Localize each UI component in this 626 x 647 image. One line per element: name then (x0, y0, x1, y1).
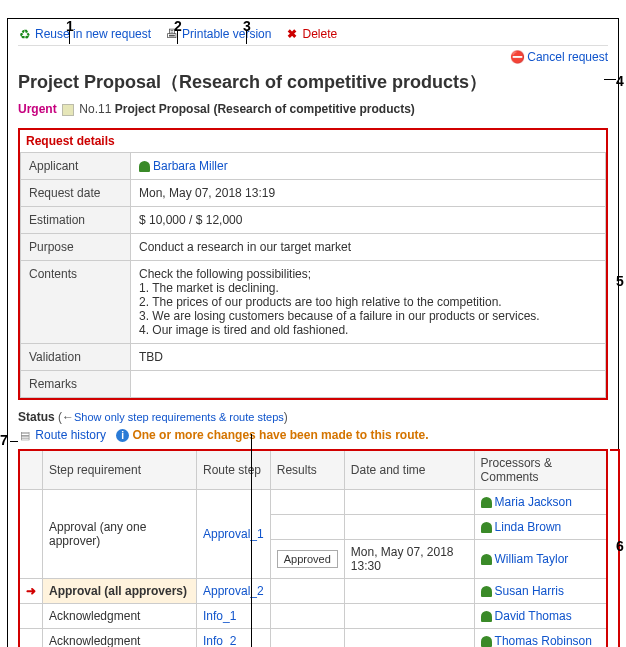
route-steps-table: Step requirement Route step Results Date… (18, 449, 608, 648)
contents-value: Check the following possibilities; 1. Th… (131, 261, 606, 344)
delete-label: Delete (302, 27, 337, 41)
cell-results: Approved (270, 539, 344, 578)
cell-requirement: Acknowledgment (43, 628, 197, 647)
processor-link[interactable]: David Thomas (481, 609, 572, 623)
request-date-value: Mon, May 07, 2018 13:19 (131, 180, 606, 207)
page-title: Project Proposal（Research of competitive… (18, 70, 608, 94)
cell-results (270, 628, 344, 647)
table-row: Acknowledgment Info_1 David Thomas (19, 603, 607, 628)
processor-link[interactable]: William Taylor (481, 552, 569, 566)
cell-arrow (19, 489, 43, 578)
request-details-title: Request details (20, 130, 606, 148)
cell-results (270, 603, 344, 628)
cell-datetime (344, 578, 474, 603)
person-icon (481, 586, 492, 597)
table-row: Approval (any one approver) Approval_1 M… (19, 489, 607, 514)
callout-7: 7 (0, 432, 8, 448)
cancel-label: Cancel request (527, 50, 608, 64)
cell-datetime (344, 514, 474, 539)
request-details-table: Applicant Barbara Miller Request date Mo… (20, 152, 606, 398)
processor-link[interactable]: Susan Harris (481, 584, 564, 598)
applicant-label: Applicant (21, 153, 131, 180)
cell-arrow (19, 628, 43, 647)
person-icon (481, 611, 492, 622)
cell-requirement: Acknowledgment (43, 603, 197, 628)
urgent-badge: Urgent (18, 102, 57, 116)
change-notice-text: One or more changes have been made to th… (132, 428, 428, 442)
col-processors: Processors & Comments (474, 450, 607, 490)
recycle-icon: ♻ (18, 27, 32, 41)
status-label: Status (18, 410, 55, 424)
person-icon (481, 522, 492, 533)
person-icon (481, 636, 492, 647)
table-row: ➜ Approval (all approvers) Approval_2 Su… (19, 578, 607, 603)
purpose-value: Conduct a research in our target market (131, 234, 606, 261)
processor-link[interactable]: Linda Brown (481, 520, 562, 534)
validation-value: TBD (131, 344, 606, 371)
request-details-box: Request details Applicant Barbara Miller… (18, 128, 608, 400)
x-icon: ✖ (285, 27, 299, 41)
route-step-link[interactable]: Info_2 (203, 634, 236, 648)
col-requirement: Step requirement (43, 450, 197, 490)
current-step-arrow: ➜ (19, 578, 43, 603)
cell-results (270, 489, 344, 514)
info-icon: i (116, 429, 129, 442)
cell-arrow (19, 603, 43, 628)
request-name: Project Proposal (Research of competitiv… (115, 102, 415, 116)
processor-link[interactable]: Maria Jackson (481, 495, 572, 509)
route-history-label: Route history (35, 428, 106, 442)
person-icon (139, 161, 150, 172)
stop-icon: ⛔ (510, 50, 524, 64)
cell-datetime (344, 489, 474, 514)
callout-3: 3 (243, 18, 251, 34)
estimation-value: $ 10,000 / $ 12,000 (131, 207, 606, 234)
reuse-label: Reuse in new request (35, 27, 151, 41)
request-date-label: Request date (21, 180, 131, 207)
route-history-link[interactable]: ▤ Route history (18, 428, 106, 443)
col-arrow (19, 450, 43, 490)
cell-datetime (344, 628, 474, 647)
printable-label: Printable version (182, 27, 271, 41)
route-step-link[interactable]: Info_1 (203, 609, 236, 623)
change-notice: i One or more changes have been made to … (116, 428, 428, 442)
col-route-step: Route step (197, 450, 271, 490)
callout-4: 4 (616, 73, 624, 89)
route-step-link[interactable]: Approval_1 (203, 527, 264, 541)
approved-badge: Approved (277, 550, 338, 568)
cell-datetime: Mon, May 07, 2018 13:30 (344, 539, 474, 578)
note-icon (62, 104, 74, 116)
cell-datetime (344, 603, 474, 628)
remarks-label: Remarks (21, 371, 131, 398)
validation-label: Validation (21, 344, 131, 371)
callout-1: 1 (66, 18, 74, 34)
status-line: Status (←Show only step requirements & r… (18, 410, 608, 424)
file-icon: ▤ (18, 429, 32, 443)
col-results: Results (270, 450, 344, 490)
callout-2: 2 (174, 18, 182, 34)
reuse-link[interactable]: ♻ Reuse in new request (18, 27, 151, 41)
route-step-link[interactable]: Approval_2 (203, 584, 264, 598)
table-row: Acknowledgment Info_2 Thomas Robinson (19, 628, 607, 647)
person-icon (481, 554, 492, 565)
cancel-request-link[interactable]: ⛔ Cancel request (510, 50, 608, 64)
delete-link[interactable]: ✖ Delete (285, 27, 337, 41)
toggle-steps-link-top[interactable]: Show only step requirements & route step… (74, 411, 284, 423)
cell-requirement: Approval (any one approver) (43, 489, 197, 578)
cell-requirement: Approval (all approvers) (43, 578, 197, 603)
processor-link[interactable]: Thomas Robinson (481, 634, 592, 648)
subline: Urgent No.11 Project Proposal (Research … (18, 102, 608, 116)
estimation-label: Estimation (21, 207, 131, 234)
callout-5: 5 (616, 273, 624, 289)
purpose-label: Purpose (21, 234, 131, 261)
applicant-value[interactable]: Barbara Miller (139, 159, 228, 173)
cell-results (270, 578, 344, 603)
person-icon (481, 497, 492, 508)
col-datetime: Date and time (344, 450, 474, 490)
cell-results (270, 514, 344, 539)
request-number: No.11 (79, 102, 111, 116)
callout-6: 6 (616, 538, 624, 554)
remarks-value (131, 371, 606, 398)
contents-label: Contents (21, 261, 131, 344)
